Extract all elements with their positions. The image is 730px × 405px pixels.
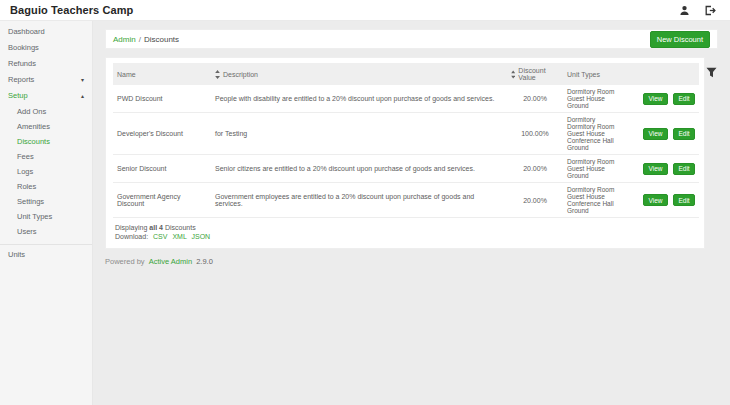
unit-type: Conference Hall: [567, 137, 635, 144]
sidebar-item-reports[interactable]: Reports ▾: [0, 72, 92, 88]
version-text: 2.9.0: [196, 257, 213, 266]
download-xml-link[interactable]: XML: [172, 233, 186, 240]
cell-description: for Testing: [211, 113, 507, 155]
sidebar-item-roles[interactable]: Roles: [0, 179, 92, 194]
unit-type: Dormitory Room: [567, 88, 635, 95]
unit-type: Ground: [567, 102, 635, 109]
unit-type: Dormitory Room: [567, 158, 635, 165]
breadcrumb-separator: /: [139, 35, 141, 44]
edit-button[interactable]: Edit: [673, 93, 695, 105]
sidebar-item-units[interactable]: Units: [0, 245, 92, 263]
table-row: PWD Discount People with disability are …: [113, 85, 699, 113]
cell-actions: View Edit: [639, 155, 699, 183]
sidebar-item-fees[interactable]: Fees: [0, 149, 92, 164]
view-button[interactable]: View: [643, 128, 668, 140]
download-csv-link[interactable]: CSV: [153, 233, 167, 240]
sidebar-item-label: Settings: [17, 198, 44, 206]
cell-unit-types: Dormitory Room Guest House Ground: [563, 85, 639, 113]
column-header-name[interactable]: Name: [113, 63, 211, 85]
unit-type: Conference Hall: [567, 200, 635, 207]
filter-panel-collapsed: [705, 57, 718, 78]
main-content: Admin / Discounts New Discount Name: [93, 21, 730, 405]
powered-by: Powered by Active Admin 2.9.0: [105, 257, 718, 266]
unit-type: Guest House: [567, 193, 635, 200]
sort-arrows-icon[interactable]: [511, 70, 515, 79]
discounts-table-card: Name Description: [105, 57, 705, 249]
cell-unit-types: Dormitory Dormitory Room Guest House Con…: [563, 113, 639, 155]
sidebar: Dashboard Bookings Refunds Reports ▾ Set…: [0, 21, 93, 405]
sidebar-item-label: Reports: [8, 76, 34, 84]
unit-type: Guest House: [567, 130, 635, 137]
setup-submenu: Add Ons Amenities Discounts Fees Logs Ro…: [0, 104, 92, 239]
active-admin-link[interactable]: Active Admin: [149, 257, 192, 266]
unit-type: Ground: [567, 207, 635, 214]
cell-name: PWD Discount: [113, 85, 211, 113]
unit-type: Dormitory: [567, 116, 635, 123]
sidebar-item-label: Unit Types: [17, 213, 52, 221]
sidebar-item-label: Users: [17, 228, 37, 236]
sidebar-item-refunds[interactable]: Refunds: [0, 56, 92, 72]
unit-type: Dormitory Room: [567, 123, 635, 130]
cell-actions: View Edit: [639, 113, 699, 155]
table-row: Senior Discount Senior citizens are enti…: [113, 155, 699, 183]
sidebar-item-discounts[interactable]: Discounts: [0, 134, 92, 149]
new-discount-button[interactable]: New Discount: [650, 31, 710, 48]
cell-name: Developer's Discount: [113, 113, 211, 155]
cell-discount-value: 20.00%: [507, 155, 563, 183]
edit-button[interactable]: Edit: [673, 194, 695, 206]
cell-discount-value: 20.00%: [507, 183, 563, 218]
sidebar-item-settings[interactable]: Settings: [0, 194, 92, 209]
cell-actions: View Edit: [639, 85, 699, 113]
column-header-description[interactable]: Description: [211, 63, 507, 85]
sidebar-item-setup[interactable]: Setup ▴: [0, 88, 92, 104]
sidebar-item-label: Roles: [17, 183, 36, 191]
view-button[interactable]: View: [643, 194, 668, 206]
sidebar-item-users[interactable]: Users: [0, 224, 92, 239]
table-footer: Displayingall 4Discounts Download: CSV X…: [113, 218, 697, 243]
sidebar-item-bookings[interactable]: Bookings: [0, 40, 92, 56]
column-label: Description: [223, 71, 258, 78]
sidebar-item-amenities[interactable]: Amenities: [0, 119, 92, 134]
view-button[interactable]: View: [643, 93, 668, 105]
download-json-link[interactable]: JSON: [191, 233, 210, 240]
view-button[interactable]: View: [643, 163, 668, 175]
table-header-row: Name Description: [113, 63, 699, 85]
displaying-prefix: Displaying: [115, 224, 147, 231]
column-header-discount-value[interactable]: Discount Value: [507, 63, 563, 85]
sort-arrows-icon[interactable]: [215, 70, 220, 79]
cell-description: Senior citizens are entitled to a 20% di…: [211, 155, 507, 183]
topbar-icons: [679, 5, 720, 16]
cell-name: Senior Discount: [113, 155, 211, 183]
sidebar-item-label: Add Ons: [17, 108, 46, 116]
download-label: Download:: [115, 233, 148, 240]
breadcrumb-admin-link[interactable]: Admin: [113, 35, 136, 44]
unit-type: Ground: [567, 172, 635, 179]
sidebar-divider: Units: [0, 244, 92, 263]
user-icon[interactable]: [679, 5, 690, 16]
table-row: Government Agency Discount Government em…: [113, 183, 699, 218]
powered-prefix: Powered by: [105, 257, 145, 266]
sidebar-item-label: Fees: [17, 153, 34, 161]
cell-description: Government employees are entitled to a 2…: [211, 183, 507, 218]
cell-discount-value: 20.00%: [507, 85, 563, 113]
column-label: Unit Types: [567, 71, 600, 78]
sidebar-item-unit-types[interactable]: Unit Types: [0, 209, 92, 224]
logout-icon[interactable]: [704, 5, 716, 16]
sidebar-item-label: Dashboard: [8, 28, 45, 36]
brand-title: Baguio Teachers Camp: [10, 4, 133, 16]
column-label: Name: [117, 71, 136, 78]
cell-name: Government Agency Discount: [113, 183, 211, 218]
cell-unit-types: Dormitory Room Guest House Ground: [563, 155, 639, 183]
displaying-status: Displayingall 4Discounts: [115, 223, 695, 232]
sidebar-item-add-ons[interactable]: Add Ons: [0, 104, 92, 119]
sidebar-item-logs[interactable]: Logs: [0, 164, 92, 179]
column-header-actions: [639, 63, 699, 85]
column-header-unit-types[interactable]: Unit Types: [563, 63, 639, 85]
funnel-icon[interactable]: [706, 67, 717, 78]
edit-button[interactable]: Edit: [673, 128, 695, 140]
sidebar-item-label: Setup: [8, 92, 28, 100]
edit-button[interactable]: Edit: [673, 163, 695, 175]
sidebar-item-dashboard[interactable]: Dashboard: [0, 24, 92, 40]
sidebar-item-label: Logs: [17, 168, 33, 176]
cell-unit-types: Dormitory Room Guest House Conference Ha…: [563, 183, 639, 218]
